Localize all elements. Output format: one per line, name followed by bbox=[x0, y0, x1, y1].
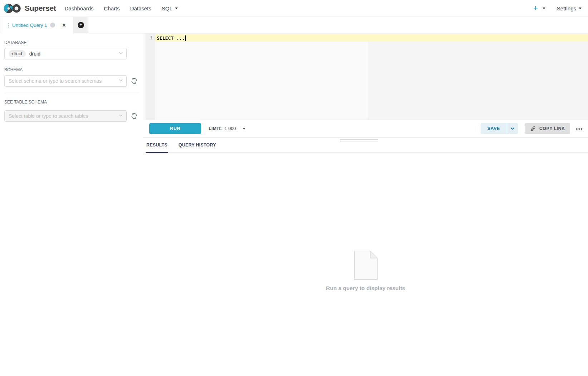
sidebar-divider bbox=[4, 93, 139, 93]
database-selected-value: druid bbox=[29, 51, 40, 57]
table-select[interactable] bbox=[4, 110, 127, 122]
editor-print-margin bbox=[369, 42, 369, 120]
chevron-down-icon bbox=[119, 79, 123, 82]
superset-home-link[interactable]: Superset bbox=[4, 3, 56, 14]
database-label: DATABASE bbox=[4, 40, 139, 45]
text-cursor bbox=[185, 35, 186, 41]
schema-label: SCHEMA bbox=[4, 67, 139, 72]
refresh-icon bbox=[131, 77, 138, 85]
tab-results[interactable]: RESULTS bbox=[146, 143, 167, 152]
more-actions-menu-icon[interactable]: ••• bbox=[576, 126, 583, 131]
nav-item-charts[interactable]: Charts bbox=[104, 5, 120, 11]
query-tab-title: Untitled Query 1 bbox=[12, 23, 47, 28]
limit-dropdown[interactable]: LIMIT: 1 000 bbox=[209, 126, 246, 131]
close-tab-icon[interactable]: ✕ bbox=[62, 23, 66, 28]
toolbar-right: SAVE COPY LINK ••• bbox=[481, 123, 583, 134]
top-navbar: Superset Dashboards Charts Datasets SQL … bbox=[0, 0, 588, 17]
caret-down-icon bbox=[543, 8, 545, 9]
schema-select[interactable] bbox=[4, 75, 127, 87]
link-icon bbox=[530, 126, 536, 132]
caret-down-icon bbox=[243, 128, 246, 130]
sql-code-text: SELECT ... bbox=[157, 35, 185, 41]
schema-select-input[interactable] bbox=[9, 78, 117, 84]
chevron-down-icon bbox=[119, 52, 123, 54]
nav-item-dashboards[interactable]: Dashboards bbox=[64, 5, 93, 11]
chevron-down-icon bbox=[510, 127, 515, 130]
limit-label: LIMIT: bbox=[209, 126, 222, 131]
sql-code-editor[interactable]: 1 SELECT ... bbox=[143, 33, 588, 120]
results-empty-state: Run a query to display results bbox=[143, 153, 588, 376]
refresh-tables-button[interactable] bbox=[131, 112, 138, 120]
sql-lab-content: DATABASE druid druid SCHEMA bbox=[0, 33, 588, 376]
run-query-button[interactable]: RUN bbox=[149, 123, 201, 134]
refresh-schemas-button[interactable] bbox=[131, 77, 138, 85]
add-query-tab-button[interactable]: + bbox=[74, 17, 88, 33]
new-item-menu[interactable]: + bbox=[533, 4, 545, 12]
nav-item-datasets[interactable]: Datasets bbox=[130, 5, 151, 11]
empty-state-message: Run a query to display results bbox=[326, 285, 405, 291]
limit-value: 1 000 bbox=[225, 126, 236, 131]
editor-toolbar: RUN LIMIT: 1 000 SAVE bbox=[143, 120, 588, 137]
table-select-input[interactable] bbox=[9, 113, 117, 119]
plus-icon: + bbox=[533, 4, 538, 12]
plus-circle-icon: + bbox=[78, 22, 84, 28]
chevron-down-icon bbox=[119, 114, 123, 117]
save-options-button[interactable] bbox=[507, 123, 518, 134]
results-pane: RESULTS QUERY HISTORY Run a query to dis… bbox=[143, 137, 588, 376]
copy-link-button[interactable]: COPY LINK bbox=[525, 123, 570, 134]
line-number: 1 bbox=[146, 34, 153, 42]
save-split-button: SAVE bbox=[481, 123, 518, 134]
query-tab-untitled-query-1[interactable]: Untitled Query 1 ✕ bbox=[0, 17, 74, 33]
caret-down-icon bbox=[175, 8, 178, 9]
save-query-button[interactable]: SAVE bbox=[481, 123, 507, 134]
main-nav: Dashboards Charts Datasets SQL bbox=[64, 5, 188, 11]
header-right: + Settings bbox=[533, 4, 582, 12]
brand-name: Superset bbox=[25, 4, 56, 13]
pane-resize-handle[interactable] bbox=[340, 139, 378, 143]
tab-drag-handle-icon[interactable] bbox=[8, 23, 9, 28]
database-engine-pill: druid bbox=[9, 50, 26, 57]
superset-logo-icon bbox=[4, 3, 21, 14]
see-table-schema-label: SEE TABLE SCHEMA bbox=[4, 100, 139, 105]
editor-gutter: 1 bbox=[146, 33, 155, 120]
editor-active-line[interactable]: SELECT ... bbox=[155, 34, 588, 42]
editor-code-area[interactable]: SELECT ... bbox=[155, 34, 588, 120]
caret-down-icon bbox=[579, 8, 582, 9]
results-tab-bar: RESULTS QUERY HISTORY bbox=[143, 143, 588, 153]
tab-query-history[interactable]: QUERY HISTORY bbox=[179, 143, 216, 152]
database-select[interactable]: druid druid bbox=[4, 48, 127, 59]
nav-item-sql-menu[interactable]: SQL bbox=[162, 5, 178, 11]
sql-editor-pane: 1 SELECT ... RUN LIMIT: 1 000 SAVE bbox=[143, 33, 588, 376]
query-tab-strip: Untitled Query 1 ✕ + bbox=[0, 17, 588, 33]
query-status-indicator bbox=[50, 23, 55, 28]
settings-menu[interactable]: Settings bbox=[557, 5, 582, 11]
refresh-icon bbox=[131, 112, 138, 120]
schema-browser-sidebar: DATABASE druid druid SCHEMA bbox=[0, 33, 143, 376]
empty-document-icon bbox=[354, 251, 378, 280]
